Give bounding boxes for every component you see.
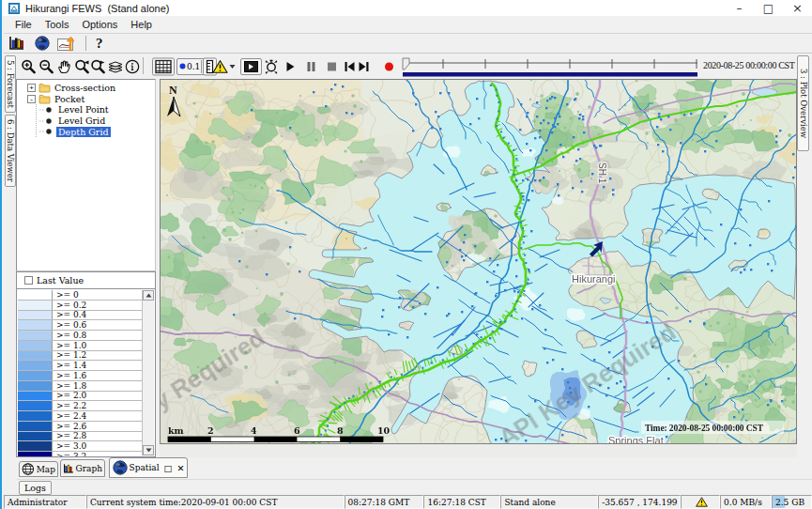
tree-item-label[interactable]: Pocket bbox=[53, 94, 86, 104]
folder-icon bbox=[38, 94, 51, 104]
run-animation-button[interactable] bbox=[240, 58, 262, 75]
folder-icon bbox=[38, 83, 51, 93]
tree-expander-icon[interactable]: - bbox=[27, 95, 36, 103]
zoom-out-button[interactable] bbox=[38, 59, 54, 74]
legend-swatch bbox=[18, 341, 53, 350]
legend-label: >= 0 bbox=[53, 290, 143, 300]
status-warning bbox=[681, 495, 720, 509]
panel-maximize-icon[interactable]: □ bbox=[164, 463, 173, 473]
minimize-button[interactable]: – bbox=[725, 0, 754, 16]
stop-button[interactable] bbox=[327, 61, 337, 71]
map-canvas[interactable]: N API Key Required API Key Required Hiku… bbox=[160, 79, 797, 444]
legend-label: >= 1.4 bbox=[53, 361, 143, 370]
play-button[interactable] bbox=[284, 61, 296, 72]
menu-item[interactable]: File bbox=[8, 16, 38, 33]
legend-row: >= 2.0 bbox=[18, 392, 143, 402]
tree-item-label[interactable]: Depth Grid bbox=[56, 127, 111, 137]
legend-swatch bbox=[18, 320, 53, 330]
data-viewer-button[interactable] bbox=[8, 36, 24, 51]
legend-row: >= 1.4 bbox=[18, 361, 143, 371]
scroll-up-button[interactable] bbox=[143, 290, 154, 301]
bottom-tab-spatial[interactable]: Spatial□✕ bbox=[109, 457, 188, 478]
forecast-button[interactable] bbox=[57, 36, 78, 52]
legend-label: >= 2.2 bbox=[53, 401, 143, 410]
stop-icon bbox=[327, 61, 337, 71]
zoom-out-icon bbox=[38, 59, 54, 74]
side-tab-forecast[interactable]: 5 : Forecast bbox=[5, 55, 16, 113]
pan-button[interactable] bbox=[56, 59, 72, 74]
legend-row: >= 0 bbox=[18, 290, 143, 301]
pan-hand-icon bbox=[56, 59, 72, 74]
skip-to-start-button[interactable] bbox=[344, 61, 356, 72]
bottom-tab-map[interactable]: Map bbox=[19, 461, 58, 477]
play-icon bbox=[284, 61, 296, 72]
status-memory: 2.5 GB bbox=[772, 495, 812, 509]
side-tab-data-viewer[interactable]: 6 : Data Viewer bbox=[5, 115, 16, 187]
legend-swatch bbox=[18, 432, 53, 441]
record-button[interactable] bbox=[384, 61, 394, 71]
logs-button[interactable]: Logs bbox=[19, 481, 52, 495]
side-tab-plot-overview[interactable]: 3 : Plot Overview bbox=[797, 55, 809, 151]
pause-icon bbox=[306, 61, 316, 72]
title-bar: Hikurangi FEWS (Stand alone) – □ × bbox=[2, 0, 812, 16]
zoom-in-button[interactable] bbox=[21, 59, 36, 74]
spatial-map[interactable]: N API Key Required API Key Required Hiku… bbox=[161, 80, 797, 444]
status-bar: AdministratorCurrent system time:2020-09… bbox=[4, 495, 812, 509]
tree-item[interactable]: Level Point bbox=[17, 104, 155, 116]
status-gmt-time: 08:27:18 GMT bbox=[345, 495, 424, 509]
layer-tree: + Cross-section- PocketLevel PointLevel … bbox=[16, 79, 156, 271]
data-viewer-icon bbox=[8, 36, 24, 51]
status-system-time: Current system time:2020-09-01 00:00 CST bbox=[86, 495, 345, 509]
layers-button[interactable] bbox=[107, 59, 124, 74]
spatial-panel: N API Key Required API Key Required Hiku… bbox=[160, 79, 797, 457]
grid-display-button[interactable] bbox=[152, 57, 175, 75]
globe-icon bbox=[35, 36, 50, 51]
tree-item[interactable]: Level Grid bbox=[17, 116, 155, 127]
help-button[interactable]: ? bbox=[96, 36, 103, 52]
tree-item[interactable]: - Pocket bbox=[17, 94, 155, 105]
info-icon bbox=[125, 59, 140, 74]
tree-item-label[interactable]: Level Point bbox=[56, 104, 111, 115]
left-tab-strip: 5 : Forecast6 : Data Viewer bbox=[4, 54, 17, 457]
skip-to-end-button[interactable] bbox=[358, 61, 370, 72]
bottom-tab-label: Map bbox=[37, 465, 55, 474]
panel-close-icon[interactable]: ✕ bbox=[177, 463, 185, 473]
legend-swatch bbox=[18, 381, 53, 391]
spatial-display-button[interactable] bbox=[35, 36, 50, 51]
last-value-label: Last Value bbox=[37, 275, 84, 285]
status-throughput: 0.0 MB/s bbox=[720, 495, 772, 509]
skip-to-start-icon bbox=[344, 61, 356, 72]
zoom-next-button[interactable] bbox=[90, 59, 106, 74]
export-animation-button[interactable] bbox=[263, 58, 280, 74]
tree-expander-icon[interactable]: + bbox=[27, 84, 36, 92]
last-value-checkbox[interactable] bbox=[24, 276, 33, 285]
app-icon bbox=[8, 3, 20, 14]
menu-item[interactable]: Help bbox=[124, 16, 159, 33]
svg-text:2: 2 bbox=[207, 425, 214, 436]
run-animation-icon bbox=[243, 60, 259, 73]
timeline-slider[interactable] bbox=[401, 54, 699, 77]
legend-label: >= 2.6 bbox=[53, 422, 143, 431]
status-warning-icon bbox=[696, 497, 708, 507]
tree-item-label[interactable]: Cross-section bbox=[53, 83, 117, 93]
close-button[interactable]: × bbox=[783, 0, 812, 16]
road-label-sh1: SH 1 bbox=[597, 162, 607, 184]
pause-button[interactable] bbox=[306, 61, 316, 72]
warning-dropdown[interactable] bbox=[212, 59, 236, 73]
tree-item[interactable]: Depth Grid bbox=[17, 126, 155, 137]
legend-label: >= 2.8 bbox=[53, 432, 143, 441]
legend-scrollbar[interactable] bbox=[142, 290, 154, 455]
zoom-previous-button[interactable] bbox=[74, 59, 90, 74]
menu-item[interactable]: Options bbox=[75, 16, 124, 33]
maximize-button[interactable]: □ bbox=[754, 0, 783, 16]
legend-label: >= 1.8 bbox=[53, 381, 143, 391]
legend-swatch bbox=[18, 392, 53, 401]
bottom-tab-graph[interactable]: Graph bbox=[60, 459, 105, 477]
scroll-down-button[interactable] bbox=[143, 445, 154, 455]
info-button[interactable] bbox=[125, 59, 140, 74]
legend-swatch bbox=[18, 371, 53, 380]
tree-item[interactable]: + Cross-section bbox=[17, 83, 155, 94]
map-time-label: Time: 2020-08-25 00:00:00 CST bbox=[641, 421, 784, 434]
tree-item-label[interactable]: Level Grid bbox=[56, 116, 107, 126]
menu-item[interactable]: Tools bbox=[38, 16, 76, 33]
